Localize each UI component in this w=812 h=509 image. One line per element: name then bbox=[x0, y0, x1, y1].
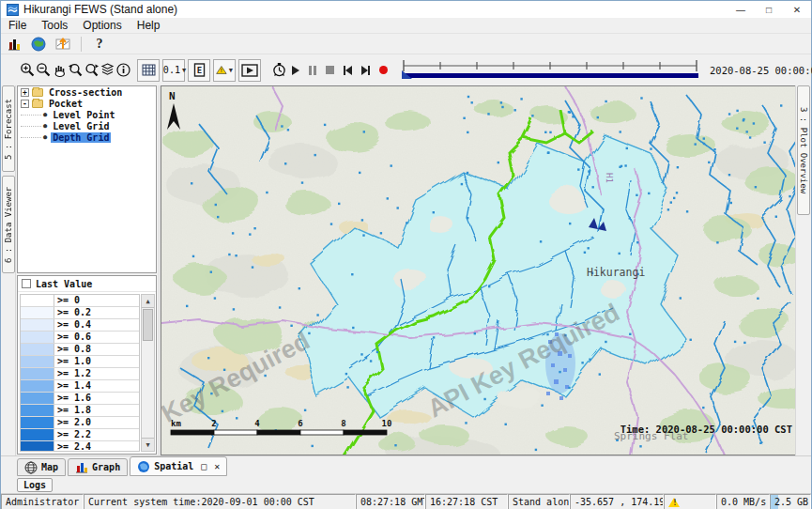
left-tab-strip: 5 : Forecast 6 : Data Viewer bbox=[1, 85, 16, 455]
status-cell-6 bbox=[664, 494, 716, 509]
legend-label: >= 0.6 bbox=[54, 332, 94, 343]
legend-row[interactable]: >= 1.6 bbox=[21, 393, 139, 405]
tree-item-pocket[interactable]: -Pocket bbox=[18, 98, 156, 109]
step-back-button[interactable] bbox=[344, 61, 352, 80]
legend-row[interactable]: >= 0.6 bbox=[21, 332, 139, 344]
pause-button[interactable] bbox=[309, 61, 316, 80]
map-time-label: Time: 2020-08-25 00:00:00 CST bbox=[620, 424, 792, 435]
tab-graph[interactable]: Graph bbox=[68, 458, 128, 476]
pan-hand-icon[interactable] bbox=[52, 60, 68, 80]
tree-item-label: Depth Grid bbox=[51, 132, 111, 143]
legend-row[interactable]: >= 1.0 bbox=[21, 356, 139, 368]
tree-item-label: Level Grid bbox=[51, 121, 111, 131]
svg-text:N: N bbox=[169, 90, 176, 102]
app-window: Hikurangi FEWS (Stand alone) — □ ✕ FileT… bbox=[0, 0, 812, 509]
tab-plot-overview[interactable]: 3 : Plot Overview bbox=[797, 85, 810, 215]
svg-text:4: 4 bbox=[254, 419, 260, 428]
tab-map[interactable]: Map bbox=[17, 458, 66, 476]
legend-swatch bbox=[21, 319, 54, 331]
legend-row[interactable]: >= 0.4 bbox=[21, 319, 139, 332]
logs-button[interactable]: Logs bbox=[17, 478, 53, 492]
menu-help[interactable]: Help bbox=[130, 18, 168, 33]
tab-forecast[interactable]: 5 : Forecast bbox=[2, 85, 15, 172]
map-view[interactable]: API Key Required API Key Required N Hiku… bbox=[161, 85, 797, 455]
legend-row[interactable]: >= 1.2 bbox=[21, 368, 139, 380]
legend-row[interactable]: >= 2.4 bbox=[21, 441, 139, 452]
legend-row[interactable]: >= 0.8 bbox=[21, 344, 139, 356]
scalebar-toggle-button[interactable]: E bbox=[188, 59, 210, 82]
tree-item-level-grid[interactable]: ●Level Grid bbox=[18, 120, 156, 131]
status-cell-8: 2.5 GB bbox=[770, 494, 811, 509]
legend-label: >= 2.2 bbox=[54, 429, 94, 440]
tree-expander-icon[interactable]: - bbox=[21, 100, 29, 108]
svg-text:10: 10 bbox=[382, 419, 392, 428]
legend-row[interactable]: >= 1.4 bbox=[21, 380, 139, 393]
help-button[interactable]: ? bbox=[90, 36, 109, 53]
legend-row[interactable]: >= 0.2 bbox=[21, 307, 139, 319]
legend-row[interactable]: >= 1.8 bbox=[21, 405, 139, 417]
wireframe-globe-icon bbox=[24, 461, 38, 474]
title-bar: Hikurangi FEWS (Stand alone) — □ ✕ bbox=[1, 1, 811, 18]
movie-player-button[interactable] bbox=[238, 59, 261, 82]
play-button[interactable] bbox=[292, 61, 299, 80]
tree-item-cross-section[interactable]: +Cross-section bbox=[18, 86, 156, 98]
timeline-slider[interactable] bbox=[400, 58, 702, 83]
record-button[interactable] bbox=[379, 61, 388, 80]
legend-row[interactable]: >= 2.2 bbox=[21, 429, 139, 441]
minimize-button[interactable]: — bbox=[727, 1, 755, 18]
step-forward-button[interactable] bbox=[361, 61, 370, 80]
globe-icon[interactable] bbox=[29, 36, 48, 53]
zoom-in-icon[interactable] bbox=[20, 60, 36, 80]
tab-maximize-icon[interactable]: □ bbox=[201, 461, 207, 471]
tree-item-label: Pocket bbox=[47, 99, 84, 109]
tree-item-level-point[interactable]: ●Level Point bbox=[18, 109, 156, 120]
timeseries-icon[interactable] bbox=[54, 36, 72, 53]
zoom-next-icon[interactable] bbox=[84, 60, 100, 80]
stop-button[interactable] bbox=[326, 61, 334, 80]
class-interval-dropdown[interactable]: 0.1 ▼ bbox=[162, 59, 185, 82]
legend-list: >= 0>= 0.2>= 0.4>= 0.6>= 0.8>= 1.0>= 1.2… bbox=[20, 294, 140, 452]
scroll-down-icon[interactable]: ▼ bbox=[142, 438, 154, 451]
maximize-button[interactable]: □ bbox=[755, 1, 783, 18]
menu-bar: FileToolsOptionsHelp bbox=[1, 18, 811, 34]
town-label: Hikurangi bbox=[587, 266, 645, 279]
tree-expander-icon[interactable]: + bbox=[21, 88, 29, 97]
close-button[interactable]: ✕ bbox=[783, 1, 811, 18]
database-chart-icon[interactable] bbox=[5, 36, 23, 53]
zoom-previous-icon[interactable] bbox=[68, 60, 84, 80]
tab-data-viewer[interactable]: 6 : Data Viewer bbox=[2, 176, 15, 273]
tree-item-label: Level Point bbox=[51, 110, 116, 120]
zoom-out-icon[interactable] bbox=[36, 60, 52, 80]
grid-display-button[interactable] bbox=[137, 59, 160, 82]
status-cell-1: Current system time:2020-09-01 00:00 CST bbox=[84, 494, 356, 509]
tab-close-icon[interactable]: ✕ bbox=[214, 461, 220, 471]
legend-row[interactable]: >= 0 bbox=[21, 295, 139, 307]
animation-clock-icon[interactable] bbox=[271, 60, 287, 80]
legend-row[interactable]: >= 2.0 bbox=[21, 417, 139, 429]
legend-swatch bbox=[21, 332, 54, 343]
info-icon[interactable] bbox=[115, 60, 131, 80]
legend-swatch bbox=[21, 295, 54, 306]
folder-icon bbox=[32, 88, 43, 97]
tree-item-depth-grid[interactable]: ●Depth Grid bbox=[18, 131, 156, 143]
legend-swatch bbox=[21, 344, 54, 355]
warning-threshold-dropdown[interactable]: ! ▼ bbox=[213, 59, 236, 82]
tree-connector bbox=[21, 115, 41, 116]
app-logo-icon bbox=[7, 4, 19, 16]
toolbar-separator bbox=[81, 37, 82, 52]
menu-file[interactable]: File bbox=[1, 18, 34, 33]
tree-connector bbox=[21, 137, 41, 138]
legend-panel: Last Value >= 0>= 0.2>= 0.4>= 0.6>= 0.8>… bbox=[17, 275, 157, 455]
menu-tools[interactable]: Tools bbox=[34, 18, 75, 33]
scroll-thumb[interactable] bbox=[143, 309, 153, 341]
legend-label: >= 1.4 bbox=[54, 380, 94, 392]
tab-spatial[interactable]: Spatial □ ✕ bbox=[130, 456, 227, 476]
legend-label: >= 0.8 bbox=[54, 344, 94, 355]
window-title: Hikurangi FEWS (Stand alone) bbox=[23, 3, 177, 16]
last-value-checkbox[interactable]: Last Value bbox=[18, 276, 156, 292]
menu-options[interactable]: Options bbox=[75, 18, 129, 33]
svg-text:km: km bbox=[171, 419, 181, 428]
legend-scrollbar[interactable]: ▲ ▼ bbox=[141, 294, 155, 452]
scroll-up-icon[interactable]: ▲ bbox=[142, 295, 154, 308]
layers-icon[interactable] bbox=[100, 60, 115, 80]
